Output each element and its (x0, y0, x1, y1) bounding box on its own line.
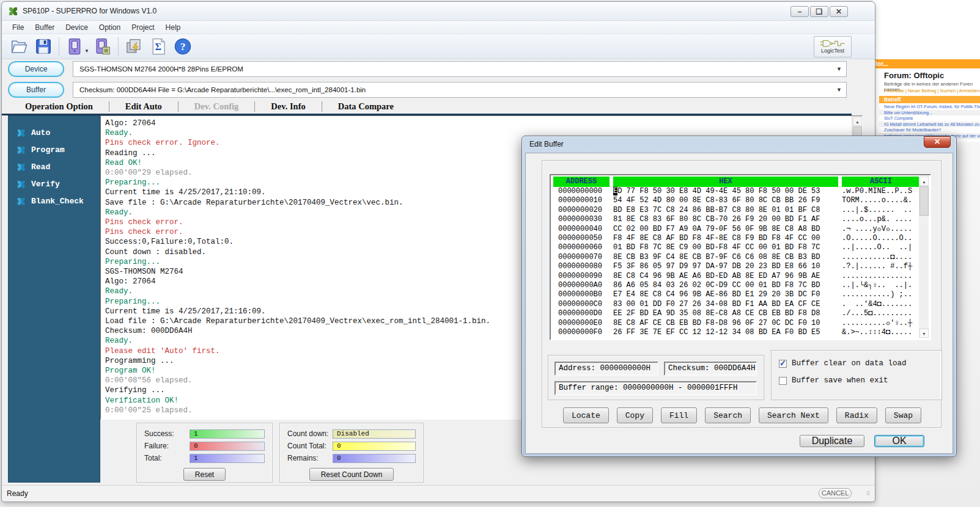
hex-row[interactable]: 00000000B0E7 E4 8E C8 C4 96 9B AE-86 BD … (553, 290, 930, 299)
device-combo-arrow-icon[interactable]: ▼ (836, 66, 842, 72)
hex-bytes[interactable]: 8E C8 AF CE CB EB BD F8-D8 96 0F 27 0C D… (613, 319, 838, 328)
checkbox[interactable] (779, 377, 787, 385)
hex-row[interactable]: 00000000F026 FF 3E 7E EF CC 12 12-12 34 … (553, 328, 930, 337)
hex-ascii[interactable]: ...........◘.... (842, 253, 920, 262)
hex-ascii[interactable]: TORM.....o....&. (842, 196, 920, 205)
open-file-button[interactable] (7, 35, 31, 57)
device-button[interactable]: Device (8, 61, 64, 77)
hex-ascii[interactable]: ./...5◘......... (842, 309, 920, 318)
sidebar-item-verify[interactable]: Verify (9, 175, 100, 192)
device-change-button[interactable] (90, 35, 115, 57)
hex-scroll-thumb[interactable] (919, 186, 929, 216)
scroll-up-icon[interactable]: ▲ (919, 177, 929, 186)
hex-row[interactable]: 0000000040CC 02 00 BD F7 A9 0A 79-0F 56 … (553, 225, 930, 234)
duplicate-button[interactable]: Duplicate (800, 435, 864, 447)
hex-ascii[interactable]: .w.P0.MINE..P..S (842, 187, 920, 196)
scroll-up-icon[interactable]: ▲ (853, 117, 862, 126)
hex-bytes[interactable]: 86 A6 05 84 03 26 02 0C-D9 CC 00 01 BD F… (613, 281, 838, 290)
resize-grip[interactable]: ⠿ (866, 491, 872, 497)
help-button[interactable]: ? (171, 35, 195, 57)
forum-thread-link[interactable]: SloT Complete (879, 115, 980, 122)
sidebar-item-program[interactable]: Program (9, 141, 100, 158)
hex-row[interactable]: 00000000708E CB B3 9F C4 8E CB B7-9F C6 … (553, 253, 930, 262)
buffer-combo[interactable]: Checksum: 000DD6A4H File = G:\Arcade Rep… (73, 82, 847, 98)
radix-button[interactable]: Radix (836, 407, 877, 423)
device-combo[interactable]: SGS-THOMSON M2764 2000H*8 28Pins E/EPROM… (73, 61, 847, 77)
gang-program-button[interactable] (122, 35, 146, 57)
hex-row[interactable]: 0000000020BD E8 E3 7C C8 24 86 BB-B7 C8 … (553, 206, 930, 215)
tab-edit-auto[interactable]: Edit Auto (109, 101, 178, 112)
hex-bytes[interactable]: F5 3F 86 05 97 D9 97 DA-97 DB 20 23 BD E… (613, 262, 838, 271)
hex-row[interactable]: 00000000908E C8 C4 96 9B AE A6 BD-ED AB … (553, 272, 930, 281)
sidebar-item-auto[interactable]: Auto (9, 124, 100, 141)
hex-row[interactable]: 000000006001 BD F8 7C 8E C9 00 BD-F8 4F … (553, 243, 930, 252)
checkbox-row-buffer-clear-on-data-load[interactable]: Buffer clear on data load (779, 358, 941, 369)
checkbox[interactable] (779, 360, 787, 368)
hex-row[interactable]: 000000001054 4F 52 4D 80 00 8E C8-83 6F … (553, 196, 930, 205)
close-button[interactable]: ✕ (830, 6, 848, 17)
scroll-down-icon[interactable]: ▼ (919, 329, 929, 338)
checkbox-row-buffer-save-when-exit[interactable]: Buffer save when exit (779, 375, 941, 386)
search-button[interactable]: Search (705, 407, 751, 423)
hex-bytes[interactable]: 8E C8 C4 96 9B AE A6 BD-ED AB 8E ED A7 9… (613, 272, 838, 281)
search-next-button[interactable]: Search Next (759, 407, 828, 423)
tab-operation-option[interactable]: Operation Option (9, 101, 109, 112)
hex-bytes[interactable]: BD E8 E3 7C C8 24 86 BB-B7 C8 80 8E 01 0… (613, 206, 838, 215)
forum-thread-link[interactable]: Neue Regeln im OT-Forum, insbes. für Pol… (879, 104, 980, 110)
hex-bytes[interactable]: 8E CB B3 9F C4 8E CB B7-9F C6 C6 08 8E C… (613, 253, 838, 262)
sidebar-item-blank_check[interactable]: Blank_Check (9, 192, 100, 210)
logictest-button[interactable]: LogicTest (814, 36, 852, 57)
hex-bytes[interactable]: ED 77 F8 50 30 E8 4D 49-4E 45 80 F8 50 0… (613, 187, 838, 196)
save-file-button[interactable] (31, 35, 56, 57)
hex-editor-table[interactable]: ADDRESSHEXASCII 0000000000ED 77 F8 50 30… (550, 174, 931, 340)
locate-button[interactable]: Locate (563, 407, 609, 423)
hex-ascii[interactable]: . ..'&4◘....... (842, 300, 920, 309)
menu-item-device[interactable]: Device (60, 22, 94, 33)
hex-row[interactable]: 0000000000ED 77 F8 50 30 E8 4D 49-4E 45 … (553, 187, 930, 196)
forum-thread-link[interactable]: Zuschauer für Modellbauten? (879, 127, 980, 133)
hex-ascii[interactable]: .?.|...... #..f┼ (842, 262, 920, 271)
hex-ascii[interactable]: ................ (842, 272, 920, 281)
hex-cursor[interactable]: E (613, 187, 617, 195)
address-field[interactable]: Address: 0000000000H (554, 362, 658, 376)
device-select-button[interactable] (62, 35, 87, 57)
hex-bytes[interactable]: 54 4F 52 4D 80 00 8E C8-83 6F 80 8C CB B… (613, 196, 838, 205)
hex-bytes[interactable]: 83 00 01 DD F0 27 26 34-08 BD F1 AA BD E… (613, 300, 838, 309)
hex-row[interactable]: 0000000050F8 4F 8E C8 AF BD F8 4F-8E C8 … (553, 234, 930, 243)
fill-button[interactable]: Fill (661, 407, 697, 423)
hex-row[interactable]: 00000000E08E C8 AF CE CB EB BD F8-D8 96 … (553, 319, 930, 328)
hex-bytes[interactable]: E7 E4 8E C8 C4 96 9B AE-86 BD E1 29 20 3… (613, 290, 838, 299)
hex-bytes[interactable]: EE 2F BD EA 9D 35 08 8E-C8 A8 CE CB EB B… (613, 309, 838, 318)
ok-button[interactable]: OK (874, 435, 924, 447)
hex-row[interactable]: 0000000080F5 3F 86 05 97 D9 97 DA-97 DB … (553, 262, 930, 271)
hex-bytes[interactable]: 01 BD F8 7C 8E C9 00 BD-F8 4F CC 00 01 B… (613, 243, 838, 252)
hex-ascii[interactable]: ...|.$...... .. (842, 206, 920, 215)
hex-bytes[interactable]: CC 02 00 BD F7 A9 0A 79-0F 56 0F 9B 8E C… (613, 225, 838, 234)
copy-button[interactable]: Copy (617, 407, 653, 423)
hex-ascii[interactable]: ..|.....O.. ..| (842, 243, 920, 252)
cancel-button[interactable]: CANCEL (819, 488, 852, 498)
menu-item-option[interactable]: Option (94, 22, 126, 33)
reset-count-down-button[interactable]: Reset Count Down (309, 468, 394, 481)
hex-row[interactable]: 00000000D0EE 2F BD EA 9D 35 08 8E-C8 A8 … (553, 309, 930, 318)
swap-button[interactable]: Swap (885, 407, 921, 423)
hex-ascii[interactable]: ..|.└&┐♀.. ..|. (842, 281, 920, 290)
minimize-button[interactable]: – (790, 6, 809, 17)
hex-row[interactable]: 00000000C083 00 01 DD F0 27 26 34-08 BD … (553, 300, 930, 309)
buffer-combo-arrow-icon[interactable]: ▼ (836, 87, 842, 93)
device-dropdown-arrow[interactable]: ▼ (84, 48, 89, 54)
reset-button[interactable]: Reset (183, 468, 226, 481)
hex-ascii[interactable]: ...........) ;.. (842, 290, 920, 299)
tab-dev-info[interactable]: Dev. Info (254, 101, 321, 112)
menu-item-file[interactable]: File (7, 22, 29, 33)
hex-ascii[interactable]: ....o...p&. .... (842, 215, 920, 224)
menu-item-buffer[interactable]: Buffer (29, 22, 60, 33)
hex-row[interactable]: 000000003081 8E C8 83 6F 80 8C CB-70 26 … (553, 215, 930, 224)
tab-data-compare[interactable]: Data Compare (322, 101, 410, 112)
buffer-button[interactable]: Buffer (8, 82, 64, 98)
title-bar[interactable]: SP610P - SUPERPRO for Windows V1.0 – ❑ ✕ (2, 2, 875, 21)
forum-thread-link[interactable]: IG Metall stimmt Leiharbeit bis zu 48 Mo… (879, 122, 980, 128)
menu-item-project[interactable]: Project (126, 22, 160, 33)
maximize-button[interactable]: ❑ (810, 6, 828, 17)
hex-ascii[interactable]: &.>~..↕↕↕4◘..... (842, 328, 920, 337)
